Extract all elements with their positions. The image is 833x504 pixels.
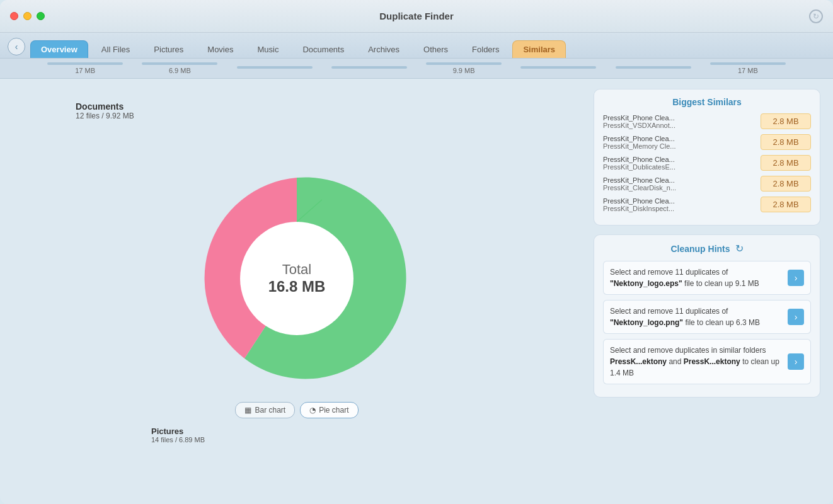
total-label: Total <box>268 261 326 278</box>
tab-archives[interactable]: Archives <box>357 40 410 58</box>
pictures-label: Pictures 14 files / 6.89 MB <box>151 427 205 444</box>
main-content: Documents 12 files / 9.92 MB Total <box>0 79 833 504</box>
hint-bold-2a: PressK...ektony <box>610 357 667 366</box>
pie-chart-label: Pie chart <box>319 406 348 415</box>
hint-text-before-0: Select and remove 11 duplicates of <box>610 268 728 277</box>
titlebar: Duplicate Finder ↻ <box>0 0 833 33</box>
size-bar-row: 17 MB 6.9 MB 9.9 MB 17 MB <box>0 59 833 79</box>
biggest-item-name1-0: PressKit_Phone Clea... <box>603 114 755 122</box>
bar-chart-button[interactable]: ▦ Bar chart <box>235 402 295 418</box>
bar-chart-label: Bar chart <box>255 406 285 415</box>
biggest-item-size-0: 2.8 MB <box>761 113 811 129</box>
biggest-item-size-3: 2.8 MB <box>761 176 811 192</box>
app-window: Duplicate Finder ↻ ‹ Overview All Files … <box>0 0 833 504</box>
size-bar-label: 9.9 MB <box>453 67 475 74</box>
biggest-similars-title: Biggest Similars <box>603 97 811 107</box>
tab-overview[interactable]: Overview <box>30 40 88 58</box>
size-bar-line <box>710 62 786 65</box>
donut-chart: Total 16.8 MB <box>183 165 410 392</box>
size-bar-item: 9.9 MB <box>417 62 511 74</box>
tab-movies[interactable]: Movies <box>197 40 244 58</box>
hint-text-before-1: Select and remove 11 duplicates of <box>610 307 728 316</box>
size-bar-item: 17 MB <box>701 62 795 74</box>
size-bar-label: 17 MB <box>75 67 95 74</box>
minimize-button[interactable] <box>23 12 32 20</box>
size-bar-item: 6.9 MB <box>132 62 227 74</box>
sidebar: Biggest Similars PressKit_Phone Clea... … <box>594 89 820 494</box>
tab-music[interactable]: Music <box>247 40 290 58</box>
tabs-container: ‹ Overview All Files Pictures Movies Mus… <box>0 33 833 59</box>
biggest-item-name2-4: PressKit_DiskInspect... <box>603 205 755 212</box>
hint-item-2: Select and remove duplicates in similar … <box>603 339 811 384</box>
tab-similars[interactable]: Similars <box>512 40 566 58</box>
biggest-item-3: PressKit_Phone Clea... PressKit_ClearDis… <box>603 176 811 192</box>
traffic-lights <box>10 12 45 20</box>
biggest-item-name2-0: PressKit_VSDXAnnot... <box>603 122 755 129</box>
size-bar-item <box>322 66 417 71</box>
biggest-item-name1-3: PressKit_Phone Clea... <box>603 176 755 184</box>
hint-text-before-2: Select and remove duplicates in similar … <box>610 346 766 355</box>
tab-all-files[interactable]: All Files <box>91 40 141 58</box>
hint-bold-2b: PressK...ektony <box>684 357 740 366</box>
bar-chart-icon: ▦ <box>244 406 251 415</box>
window-title: Duplicate Finder <box>379 11 454 21</box>
hint-text-2: Select and remove duplicates in similar … <box>610 345 783 379</box>
biggest-item-name1-4: PressKit_Phone Clea... <box>603 197 755 205</box>
biggest-item-1: PressKit_Phone Clea... PressKit_Memory C… <box>603 134 811 150</box>
hint-arrow-0[interactable]: › <box>788 270 804 286</box>
size-bar-line <box>616 66 691 69</box>
biggest-item-0: PressKit_Phone Clea... PressKit_VSDXAnno… <box>603 113 811 129</box>
hint-text-1: Select and remove 11 duplicates of "Nekt… <box>610 306 783 328</box>
chart-buttons: ▦ Bar chart ◔ Pie chart <box>235 402 358 418</box>
back-button[interactable]: ‹ <box>8 38 25 55</box>
biggest-item-names-1: PressKit_Phone Clea... PressKit_Memory C… <box>603 135 755 150</box>
hint-item-1: Select and remove 11 duplicates of "Nekt… <box>603 300 811 334</box>
cleanup-hints-title: Cleanup Hints <box>670 244 730 254</box>
biggest-item-4: PressKit_Phone Clea... PressKit_DiskInsp… <box>603 197 811 212</box>
biggest-item-size-1: 2.8 MB <box>761 134 811 150</box>
tab-pictures[interactable]: Pictures <box>143 40 194 58</box>
pictures-title: Pictures <box>151 427 205 436</box>
size-bar-item <box>227 66 322 71</box>
biggest-item-names-3: PressKit_Phone Clea... PressKit_ClearDis… <box>603 176 755 192</box>
hint-text-middle-2: and <box>667 357 684 366</box>
tab-documents[interactable]: Documents <box>292 40 355 58</box>
documents-label: Documents 12 files / 9.92 MB <box>76 101 134 120</box>
documents-title: Documents <box>76 101 134 112</box>
pictures-sub: 14 files / 6.89 MB <box>151 436 205 444</box>
pie-chart-icon: ◔ <box>309 406 316 415</box>
cleanup-header: Cleanup Hints ↻ <box>603 243 811 255</box>
size-bar-line <box>47 62 123 65</box>
biggest-item-names-0: PressKit_Phone Clea... PressKit_VSDXAnno… <box>603 114 755 129</box>
refresh-icon[interactable]: ↻ <box>735 243 744 255</box>
biggest-item-name1-1: PressKit_Phone Clea... <box>603 135 755 142</box>
biggest-item-size-2: 2.8 MB <box>761 155 811 171</box>
donut-center: Total 16.8 MB <box>268 261 326 295</box>
maximize-button[interactable] <box>37 12 45 20</box>
hint-text-after-0: file to clean up 9.1 MB <box>682 279 759 288</box>
size-bar-item <box>606 66 701 71</box>
hint-bold-0: "Nektony_logo.eps" <box>610 279 682 288</box>
hint-arrow-1[interactable]: › <box>788 309 804 325</box>
size-bar-line <box>331 66 407 69</box>
hint-text-after-1: file to clean up 6.3 MB <box>683 318 760 327</box>
cleanup-hints-panel: Cleanup Hints ↻ Select and remove 11 dup… <box>594 234 820 398</box>
sync-icon[interactable]: ↻ <box>809 9 823 23</box>
tab-folders[interactable]: Folders <box>461 40 510 58</box>
size-bar-line <box>142 62 217 65</box>
size-bar-item <box>511 66 606 71</box>
size-bar-label: 17 MB <box>738 67 758 74</box>
biggest-item-2: PressKit_Phone Clea... PressKit_Dublicat… <box>603 155 811 171</box>
hint-item-0: Select and remove 11 duplicates of "Nekt… <box>603 261 811 295</box>
tab-others[interactable]: Others <box>413 40 459 58</box>
hint-arrow-2[interactable]: › <box>788 353 804 370</box>
biggest-item-name2-1: PressKit_Memory Cle... <box>603 142 755 150</box>
biggest-item-name1-2: PressKit_Phone Clea... <box>603 156 755 163</box>
pie-chart-button[interactable]: ◔ Pie chart <box>300 402 358 418</box>
hint-bold-1: "Nektony_logo.png" <box>610 318 683 327</box>
hint-text-0: Select and remove 11 duplicates of "Nekt… <box>610 266 783 289</box>
biggest-item-name2-2: PressKit_DublicatesE... <box>603 163 755 171</box>
size-bar-label: 6.9 MB <box>169 67 191 74</box>
size-bar-line <box>237 66 313 69</box>
close-button[interactable] <box>10 12 18 20</box>
